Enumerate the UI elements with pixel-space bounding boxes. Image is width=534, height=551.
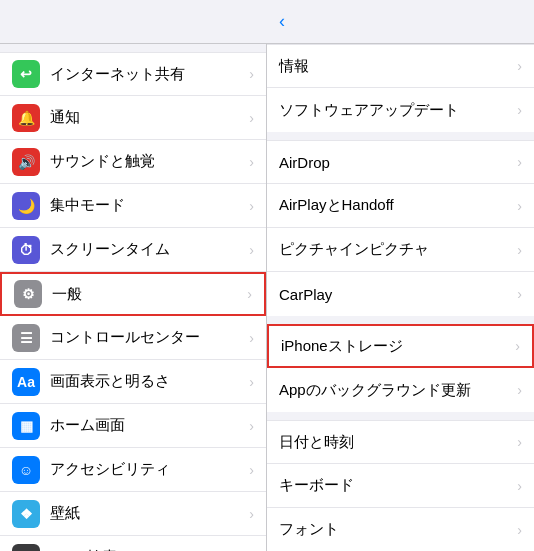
wallpaper-label: 壁紙: [50, 504, 249, 523]
settings-item-sound[interactable]: 🔊サウンドと触覚›: [0, 140, 266, 184]
accessibility-label: アクセシビリティ: [50, 460, 249, 479]
home-screen-icon: ▦: [12, 412, 40, 440]
control-center-icon: ☰: [12, 324, 40, 352]
right-item-pip[interactable]: ピクチャインピクチャ›: [267, 228, 534, 272]
left-panel: ↩インターネット共有›🔔通知›🔊サウンドと触覚›🌙集中モード›⏱スクリーンタイム…: [0, 44, 267, 551]
wallpaper-chevron-icon: ›: [249, 506, 254, 522]
carplay-label: CarPlay: [279, 286, 517, 303]
wallpaper-icon: ❖: [12, 500, 40, 528]
settings-item-home-screen[interactable]: ▦ホーム画面›: [0, 404, 266, 448]
nav-bar: ‹: [0, 0, 534, 44]
siri-icon: ◎: [12, 544, 40, 552]
sound-label: サウンドと触覚: [50, 152, 249, 171]
control-center-chevron-icon: ›: [249, 330, 254, 346]
settings-item-focus[interactable]: 🌙集中モード›: [0, 184, 266, 228]
software-update-chevron-icon: ›: [517, 102, 522, 118]
fonts-chevron-icon: ›: [517, 522, 522, 538]
main-content: ↩インターネット共有›🔔通知›🔊サウンドと触覚›🌙集中モード›⏱スクリーンタイム…: [0, 44, 534, 551]
back-button[interactable]: ‹: [279, 11, 287, 32]
screen-time-label: スクリーンタイム: [50, 240, 249, 259]
keyboard-chevron-icon: ›: [517, 478, 522, 494]
back-chevron-icon: ‹: [279, 11, 285, 32]
airdrop-chevron-icon: ›: [517, 154, 522, 170]
group-spacer: [267, 316, 534, 324]
display-icon: Aa: [12, 368, 40, 396]
group-spacer: [267, 132, 534, 140]
right-item-carplay[interactable]: CarPlay›: [267, 272, 534, 316]
internet-sharing-label: インターネット共有: [50, 65, 249, 84]
right-group-group2: AirDrop›AirPlayとHandoff›ピクチャインピクチャ›CarPl…: [267, 140, 534, 316]
pip-label: ピクチャインピクチャ: [279, 240, 517, 259]
pip-chevron-icon: ›: [517, 242, 522, 258]
carplay-chevron-icon: ›: [517, 286, 522, 302]
date-time-label: 日付と時刻: [279, 433, 517, 452]
display-label: 画面表示と明るさ: [50, 372, 249, 391]
iphone-storage-label: iPhoneストレージ: [281, 337, 515, 356]
screen-time-icon: ⏱: [12, 236, 40, 264]
settings-item-screen-time[interactable]: ⏱スクリーンタイム›: [0, 228, 266, 272]
settings-item-siri[interactable]: ◎Siriと検索›: [0, 536, 266, 551]
general-chevron-icon: ›: [247, 286, 252, 302]
right-item-airdrop[interactable]: AirDrop›: [267, 140, 534, 184]
group-spacer: [267, 412, 534, 420]
settings-item-accessibility[interactable]: ☺アクセシビリティ›: [0, 448, 266, 492]
sound-icon: 🔊: [12, 148, 40, 176]
general-label: 一般: [52, 285, 247, 304]
home-screen-label: ホーム画面: [50, 416, 249, 435]
right-item-info[interactable]: 情報›: [267, 44, 534, 88]
airplay-handoff-chevron-icon: ›: [517, 198, 522, 214]
notifications-icon: 🔔: [12, 104, 40, 132]
info-label: 情報: [279, 57, 517, 76]
airplay-handoff-label: AirPlayとHandoff: [279, 196, 517, 215]
settings-item-display[interactable]: Aa画面表示と明るさ›: [0, 360, 266, 404]
settings-item-wallpaper[interactable]: ❖壁紙›: [0, 492, 266, 536]
settings-item-internet-sharing[interactable]: ↩インターネット共有›: [0, 52, 266, 96]
display-chevron-icon: ›: [249, 374, 254, 390]
general-icon: ⚙: [14, 280, 42, 308]
notifications-label: 通知: [50, 108, 249, 127]
accessibility-icon: ☺: [12, 456, 40, 484]
software-update-label: ソフトウェアアップデート: [279, 101, 517, 120]
right-item-keyboard[interactable]: キーボード›: [267, 464, 534, 508]
airdrop-label: AirDrop: [279, 154, 517, 171]
home-screen-chevron-icon: ›: [249, 418, 254, 434]
right-item-fonts[interactable]: フォント›: [267, 508, 534, 551]
iphone-storage-chevron-icon: ›: [515, 338, 520, 354]
focus-icon: 🌙: [12, 192, 40, 220]
settings-item-notifications[interactable]: 🔔通知›: [0, 96, 266, 140]
sound-chevron-icon: ›: [249, 154, 254, 170]
internet-sharing-chevron-icon: ›: [249, 66, 254, 82]
internet-sharing-icon: ↩: [12, 60, 40, 88]
keyboard-label: キーボード: [279, 476, 517, 495]
right-group-group4: 日付と時刻›キーボード›フォント›言語と地域›辞書›: [267, 420, 534, 551]
settings-group: ↩インターネット共有›🔔通知›🔊サウンドと触覚›🌙集中モード›⏱スクリーンタイム…: [0, 52, 266, 551]
app-refresh-chevron-icon: ›: [517, 382, 522, 398]
nav-right: ‹: [267, 11, 534, 32]
right-group-group1: 情報›ソフトウェアアップデート›: [267, 44, 534, 132]
right-group-group3: iPhoneストレージ›Appのバックグラウンド更新›: [267, 324, 534, 412]
screen-time-chevron-icon: ›: [249, 242, 254, 258]
control-center-label: コントロールセンター: [50, 328, 249, 347]
right-item-app-refresh[interactable]: Appのバックグラウンド更新›: [267, 368, 534, 412]
right-panel: 情報›ソフトウェアアップデート›AirDrop›AirPlayとHandoff›…: [267, 44, 534, 551]
settings-item-general[interactable]: ⚙一般›: [0, 272, 266, 316]
right-item-airplay-handoff[interactable]: AirPlayとHandoff›: [267, 184, 534, 228]
right-item-iphone-storage[interactable]: iPhoneストレージ›: [267, 324, 534, 368]
notifications-chevron-icon: ›: [249, 110, 254, 126]
info-chevron-icon: ›: [517, 58, 522, 74]
focus-label: 集中モード: [50, 196, 249, 215]
right-item-date-time[interactable]: 日付と時刻›: [267, 420, 534, 464]
settings-item-control-center[interactable]: ☰コントロールセンター›: [0, 316, 266, 360]
right-item-software-update[interactable]: ソフトウェアアップデート›: [267, 88, 534, 132]
accessibility-chevron-icon: ›: [249, 462, 254, 478]
fonts-label: フォント: [279, 520, 517, 539]
app-refresh-label: Appのバックグラウンド更新: [279, 381, 517, 400]
focus-chevron-icon: ›: [249, 198, 254, 214]
date-time-chevron-icon: ›: [517, 434, 522, 450]
